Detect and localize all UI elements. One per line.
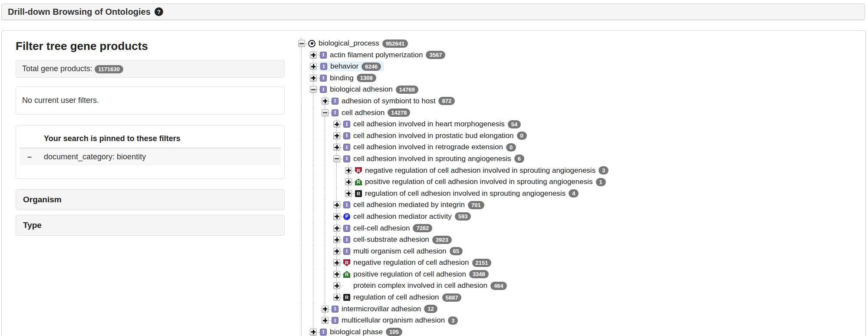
regulates-relation-icon: R — [355, 190, 362, 197]
is-a-relation-icon: I — [320, 329, 327, 336]
term-label[interactable]: behavior — [330, 62, 358, 71]
gene-product-count-badge: 5887 — [442, 293, 462, 302]
page-title: Drill-down Browsing of Ontologies — [8, 7, 151, 17]
tree-connector-line — [301, 130, 302, 142]
tree-connector-line — [313, 223, 313, 234]
is-a-relation-icon: I — [332, 98, 339, 105]
term-label[interactable]: multi organism cell adhesion — [353, 247, 447, 256]
expand-node-button[interactable] — [333, 236, 340, 243]
expand-node-button[interactable] — [345, 167, 352, 174]
filter-heading: Filter tree gene products — [16, 40, 286, 53]
expand-node-button[interactable] — [333, 144, 340, 151]
expand-node-button[interactable] — [333, 248, 340, 255]
tree-connector-line — [301, 107, 302, 119]
pinned-filters-table: Your search is pinned to these filters –… — [20, 132, 281, 165]
help-icon[interactable]: ? — [155, 7, 163, 16]
tree-row: Rregulation of cell adhesion5887 — [298, 292, 865, 303]
expand-node-button[interactable] — [322, 306, 329, 313]
gene-product-count-badge: 701 — [468, 201, 484, 209]
expand-node-button[interactable] — [333, 213, 340, 220]
expand-node-button[interactable] — [333, 282, 340, 289]
tree-row: Icell adhesion involved in prostatic bud… — [298, 130, 865, 142]
remove-filter-button[interactable]: – — [20, 148, 44, 165]
term-label[interactable]: biological phase — [330, 328, 383, 336]
tree-connector-line — [325, 119, 325, 130]
term-label[interactable]: cell adhesion mediated by integrin — [353, 201, 465, 209]
expand-node-button[interactable] — [322, 98, 329, 105]
tree-connector-line — [313, 153, 313, 165]
tree-node-content: Icell-substrate adhesion3923 — [342, 235, 454, 244]
collapse-node-button[interactable] — [322, 109, 329, 116]
accordion-organism[interactable]: Organism — [16, 189, 285, 210]
expand-node-button[interactable] — [333, 271, 340, 278]
tree-node-content: Imulti organism cell adhesion65 — [342, 247, 465, 256]
expand-node-button[interactable] — [333, 259, 340, 266]
expand-node-button[interactable] — [310, 63, 317, 70]
term-label[interactable]: cell adhesion mediator activity — [353, 212, 452, 221]
term-label[interactable]: protein complex involved in cell adhesio… — [353, 281, 487, 290]
term-label[interactable]: actin filament polymerization — [330, 51, 423, 59]
gene-product-count-badge: 1308 — [357, 74, 376, 82]
tree-row: biological_process952641 — [298, 38, 865, 49]
tree-node-content: Iintermicrovillar adhesion12 — [331, 304, 440, 314]
term-label[interactable]: negative regulation of cell adhesion — [353, 258, 469, 267]
term-label[interactable]: binding — [330, 74, 354, 82]
expand-node-button[interactable] — [333, 201, 340, 208]
tree-connector-line — [325, 223, 325, 234]
term-label[interactable]: cell adhesion involved in prostatic bud … — [353, 132, 514, 140]
term-label[interactable]: positive regulation of cell adhesion inv… — [365, 178, 593, 186]
tree-connector-line — [313, 280, 313, 292]
term-label[interactable]: regulation of cell adhesion — [353, 293, 439, 302]
expand-node-button[interactable] — [345, 190, 352, 197]
term-label[interactable]: cell-cell adhesion — [353, 224, 410, 233]
gene-product-count-badge: 14769 — [396, 86, 418, 94]
expand-node-button[interactable] — [333, 294, 340, 301]
expand-node-button[interactable] — [310, 52, 317, 59]
collapse-node-button[interactable] — [298, 40, 305, 47]
term-label[interactable]: biological adhesion — [330, 85, 393, 94]
tree-connector-line — [301, 303, 302, 315]
gene-product-count-badge: 3567 — [426, 51, 445, 59]
is-a-relation-icon: I — [343, 121, 350, 128]
tree-connector-line — [325, 107, 325, 109]
tree-row: Rnegative regulation of cell adhesion in… — [298, 165, 865, 177]
term-label[interactable]: cell adhesion involved in retrograde ext… — [353, 143, 503, 152]
gene-product-count-badge: 872 — [438, 97, 455, 105]
tree-row: Ibiological adhesion14769 — [298, 84, 865, 96]
term-label[interactable]: cell-substrate adhesion — [353, 235, 429, 244]
tree-connector-line — [313, 49, 313, 52]
filter-sidebar: Filter tree gene products Total gene pro… — [2, 31, 286, 336]
total-gene-products-badge: 1171630 — [95, 65, 123, 73]
tree-connector-line — [301, 72, 302, 84]
tree-connector-line — [313, 96, 313, 107]
tree-row: Pcell adhesion mediator activity593 — [298, 211, 865, 223]
collapse-node-button[interactable] — [310, 86, 317, 93]
term-label[interactable]: cell adhesion — [342, 109, 385, 117]
expand-node-button[interactable] — [333, 132, 340, 139]
tree-connector-line — [325, 142, 325, 153]
tree-node-content: Rregulation of cell adhesion5887 — [342, 293, 464, 302]
accordion-type[interactable]: Type — [16, 215, 285, 236]
term-label[interactable]: positive regulation of cell adhesion — [353, 270, 466, 279]
expand-node-button[interactable] — [322, 317, 329, 324]
tree-connector-line — [348, 188, 349, 190]
term-label[interactable]: intermicrovillar adhesion — [342, 305, 421, 313]
term-label[interactable]: negative regulation of cell adhesion inv… — [365, 166, 595, 175]
term-label[interactable]: cell adhesion involved in heart morphoge… — [353, 120, 505, 128]
is-a-relation-icon: I — [320, 63, 327, 70]
tree-node-content: Icell adhesion involved in prostatic bud… — [342, 131, 529, 141]
expand-node-button[interactable] — [333, 225, 340, 232]
term-label[interactable]: biological_process — [319, 39, 379, 48]
expand-node-button[interactable] — [310, 75, 317, 82]
total-gene-products-box: Total gene products: 1171630 — [16, 60, 285, 78]
tree-connector-line — [336, 188, 337, 200]
term-label[interactable]: cell adhesion involved in sprouting angi… — [353, 155, 511, 163]
collapse-node-button[interactable] — [333, 155, 340, 162]
expand-node-button[interactable] — [345, 178, 352, 185]
expand-node-button[interactable] — [310, 329, 317, 336]
term-label[interactable]: adhesion of symbiont to host — [342, 97, 435, 105]
term-label[interactable]: regulation of cell adhesion involved in … — [365, 189, 566, 198]
term-label[interactable]: multicellular organism adhesion — [342, 316, 445, 325]
expand-node-button[interactable] — [333, 121, 340, 128]
tree-connector-line — [301, 223, 302, 234]
